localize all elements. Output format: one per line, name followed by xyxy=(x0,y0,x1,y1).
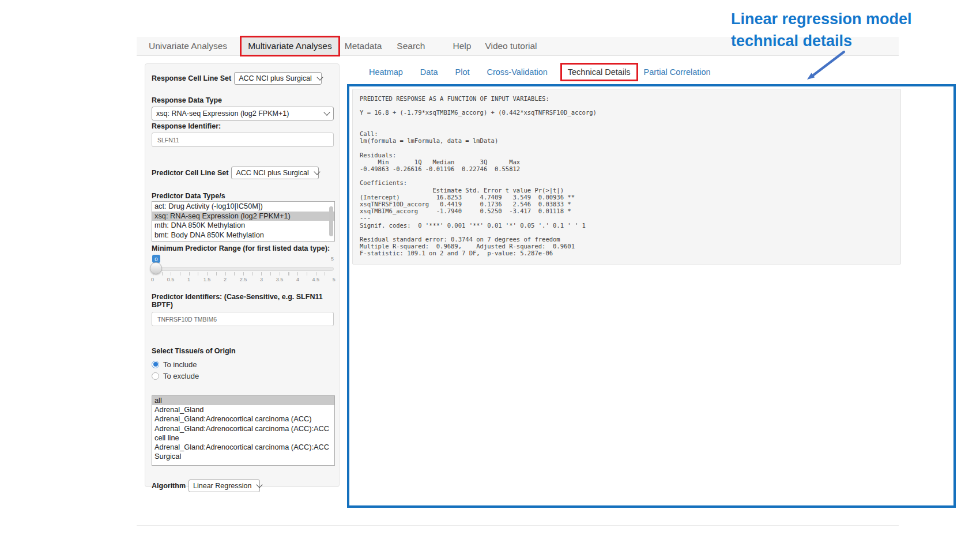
list-item[interactable]: mth: DNA 850K Methylation xyxy=(152,221,334,231)
min-predictor-range-slider[interactable]: 0 5 0 0.5 1 1.5 2 2.5 3 3.5 4 4.5 5 xyxy=(153,255,334,286)
slider-max-label: 5 xyxy=(331,256,334,262)
tissue-include-label: To include xyxy=(163,360,197,369)
bottom-divider xyxy=(137,525,899,526)
technical-details-panel: PREDICTED RESPONSE AS A FUNCTION OF INPU… xyxy=(347,84,956,508)
tick-label: 4.5 xyxy=(312,277,320,282)
predictor-cell-line-set-value: ACC NCI plus Surgical xyxy=(236,169,308,177)
tissue-exclude-label: To exclude xyxy=(163,372,199,380)
tick-label: 0.5 xyxy=(167,277,175,282)
response-cell-line-set-value: ACC NCI plus Surgical xyxy=(239,74,311,82)
sidebar-panel: Response Cell Line Set ACC NCI plus Surg… xyxy=(145,63,340,487)
list-item[interactable]: Adrenal_Gland xyxy=(152,405,334,414)
min-predictor-range-label: Minimum Predictor Range (for first liste… xyxy=(152,244,333,252)
predictor-cell-line-set-select[interactable]: ACC NCI plus Surgical xyxy=(231,167,319,179)
tick-label: 3 xyxy=(260,277,263,282)
annotation-callout: Linear regression model technical detail… xyxy=(731,8,912,52)
tab-partial-correlation[interactable]: Partial Correlation xyxy=(644,67,711,77)
result-tabs: Heatmap Data Plot Cross-Validation Techn… xyxy=(369,62,728,82)
radio-selected-icon xyxy=(152,361,159,368)
chevron-down-icon xyxy=(314,168,320,175)
nav-univariate-analyses[interactable]: Univariate Analyses xyxy=(149,41,227,51)
tissue-origin-label: Select Tissue/s of Origin xyxy=(152,347,333,355)
predictor-identifiers-label-line1: Predictor Identifiers: (Case-Sensitive, … xyxy=(152,293,333,301)
tab-data[interactable]: Data xyxy=(420,67,438,77)
list-item[interactable]: Adrenal_Gland:Adrenocortical carcinoma (… xyxy=(152,424,334,443)
response-data-type-value: xsq: RNA-seq Expression (log2 FPKM+1) xyxy=(156,110,289,118)
annotation-arrow-icon xyxy=(800,48,852,85)
tick-label: 4 xyxy=(296,277,299,282)
slider-tick-labels: 0 0.5 1 1.5 2 2.5 3 3.5 4 4.5 5 xyxy=(151,277,336,282)
tissue-exclude-radio[interactable]: To exclude xyxy=(152,370,333,382)
list-item[interactable]: Adrenal_Gland:Adrenocortical carcinoma (… xyxy=(152,443,334,461)
predictor-data-types-label: Predictor Data Type/s xyxy=(152,192,333,200)
predictor-identifiers-label: Predictor Identifiers: (Case-Sensitive, … xyxy=(152,293,333,309)
nav-help[interactable]: Help xyxy=(453,41,471,51)
nav-metadata[interactable]: Metadata xyxy=(345,41,382,51)
algorithm-select[interactable]: Linear Regression xyxy=(189,480,260,492)
list-item[interactable]: Adrenal_Gland:Adrenocortical carcinoma (… xyxy=(152,414,334,424)
scrollbar-thumb[interactable] xyxy=(329,206,333,236)
chevron-down-icon xyxy=(257,481,263,488)
list-item[interactable]: bmt: Body DNA 850K Methylation xyxy=(152,231,334,240)
predictor-identifiers-input[interactable]: TNFRSF10D TMBIM6 xyxy=(152,312,334,326)
list-item[interactable]: act: Drug Activity (-log10[IC50M]) xyxy=(152,202,334,212)
algorithm-value: Linear Regression xyxy=(193,482,251,490)
list-item-selected[interactable]: xsq: RNA-seq Expression (log2 FPKM+1) xyxy=(152,212,334,221)
tab-plot[interactable]: Plot xyxy=(455,67,469,77)
tick-label: 1.5 xyxy=(203,277,211,282)
response-cell-line-set-label: Response Cell Line Set xyxy=(152,74,231,82)
tissue-origin-listbox: all Adrenal_Gland Adrenal_Gland:Adrenoco… xyxy=(152,395,335,466)
predictor-identifiers-label-line2: BPTF) xyxy=(152,301,333,309)
predictor-identifiers-value: TNFRSF10D TMBIM6 xyxy=(157,316,217,323)
chevron-down-icon xyxy=(323,109,330,115)
tick-label: 0 xyxy=(151,277,154,282)
response-cell-line-set-row: Response Cell Line Set ACC NCI plus Surg… xyxy=(152,72,333,85)
response-data-type-label: Response Data Type xyxy=(152,96,333,104)
algorithm-row: Algorithm Linear Regression xyxy=(152,480,333,492)
response-data-type-select[interactable]: xsq: RNA-seq Expression (log2 FPKM+1) xyxy=(152,107,334,120)
slider-track[interactable] xyxy=(153,267,334,271)
list-item-selected[interactable]: all xyxy=(152,396,334,405)
tab-cross-validation[interactable]: Cross-Validation xyxy=(487,67,547,77)
slider-tick-marks xyxy=(153,272,334,276)
tick-label: 5 xyxy=(333,277,336,282)
predictor-cell-line-set-label: Predictor Cell Line Set xyxy=(152,169,228,177)
nav-multivariate-analyses[interactable]: Multivariate Analyses xyxy=(240,36,340,56)
tissue-include-radio[interactable]: To include xyxy=(152,358,333,370)
radio-unselected-icon xyxy=(152,372,159,380)
chevron-down-icon xyxy=(316,74,323,80)
response-identifier-value: SLFN11 xyxy=(157,137,179,144)
algorithm-label: Algorithm xyxy=(152,482,186,490)
response-identifier-label: Response Identifier: xyxy=(152,122,333,130)
tick-label: 1 xyxy=(187,277,190,282)
tab-heatmap[interactable]: Heatmap xyxy=(369,67,403,77)
annotation-line1: Linear regression model xyxy=(731,8,912,30)
predictor-data-types-listbox: act: Drug Activity (-log10[IC50M]) xsq: … xyxy=(152,201,335,241)
tick-label: 3.5 xyxy=(276,277,284,282)
tick-label: 2.5 xyxy=(240,277,247,282)
tick-label: 2 xyxy=(224,277,227,282)
response-identifier-input[interactable]: SLFN11 xyxy=(152,133,334,147)
page: Linear regression model technical detail… xyxy=(0,0,980,551)
slider-value-bubble: 0 xyxy=(152,255,160,263)
tab-technical-details[interactable]: Technical Details xyxy=(560,63,638,81)
response-cell-line-set-select[interactable]: ACC NCI plus Surgical xyxy=(234,72,322,85)
nav-video-tutorial[interactable]: Video tutorial xyxy=(485,41,537,51)
predictor-cell-line-set-row: Predictor Cell Line Set ACC NCI plus Sur… xyxy=(152,167,333,179)
nav-search[interactable]: Search xyxy=(397,41,425,51)
r-model-summary: PREDICTED RESPONSE AS A FUNCTION OF INPU… xyxy=(352,89,901,265)
